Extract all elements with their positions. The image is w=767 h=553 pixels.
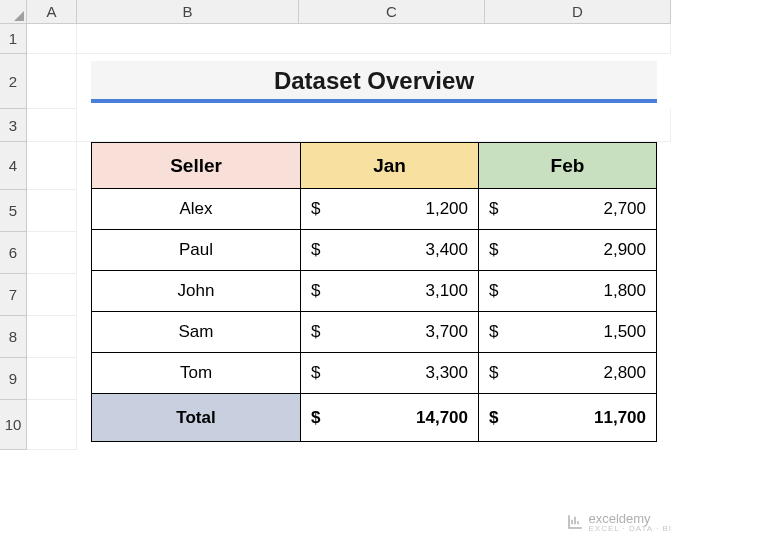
table-row: Alex $1,200 $2,700 bbox=[92, 189, 657, 230]
header-jan[interactable]: Jan bbox=[301, 143, 479, 189]
row-head-7[interactable]: 7 bbox=[0, 274, 27, 316]
cell-value: 3,400 bbox=[425, 240, 468, 259]
row-head-4[interactable]: 4 bbox=[0, 142, 27, 190]
currency-symbol: $ bbox=[311, 408, 320, 428]
currency-symbol: $ bbox=[311, 240, 320, 260]
table-header-row: Seller Jan Feb bbox=[92, 143, 657, 189]
cell-a7[interactable] bbox=[27, 274, 77, 316]
cell-seller[interactable]: Tom bbox=[92, 353, 301, 394]
table-row: Tom $3,300 $2,800 bbox=[92, 353, 657, 394]
currency-symbol: $ bbox=[489, 408, 498, 428]
cell-total-label[interactable]: Total bbox=[92, 394, 301, 442]
cell-feb[interactable]: $1,500 bbox=[479, 312, 657, 353]
cell-a5[interactable] bbox=[27, 190, 77, 232]
table-row: Sam $3,700 $1,500 bbox=[92, 312, 657, 353]
cell-seller[interactable]: Paul bbox=[92, 230, 301, 271]
cell-total-jan[interactable]: $14,700 bbox=[301, 394, 479, 442]
cell-seller[interactable]: John bbox=[92, 271, 301, 312]
cell-a10[interactable] bbox=[27, 400, 77, 450]
cell-value: 14,700 bbox=[416, 408, 468, 427]
cell-b3-d3[interactable] bbox=[77, 109, 671, 142]
cell-value: 11,700 bbox=[594, 408, 646, 427]
cell-a2[interactable] bbox=[27, 54, 77, 109]
currency-symbol: $ bbox=[311, 281, 320, 301]
cell-a8[interactable] bbox=[27, 316, 77, 358]
cell-seller[interactable]: Alex bbox=[92, 189, 301, 230]
currency-symbol: $ bbox=[489, 322, 498, 342]
cell-value: 3,100 bbox=[425, 281, 468, 300]
cell-jan[interactable]: $3,700 bbox=[301, 312, 479, 353]
cell-a6[interactable] bbox=[27, 232, 77, 274]
currency-symbol: $ bbox=[489, 240, 498, 260]
cell-value: 1,200 bbox=[425, 199, 468, 218]
cell-jan[interactable]: $3,100 bbox=[301, 271, 479, 312]
chart-icon bbox=[566, 513, 584, 531]
cell-jan[interactable]: $1,200 bbox=[301, 189, 479, 230]
row-head-6[interactable]: 6 bbox=[0, 232, 27, 274]
data-table: Seller Jan Feb Alex $1,200 $2,700 Paul $… bbox=[91, 142, 657, 442]
cell-jan[interactable]: $3,400 bbox=[301, 230, 479, 271]
data-table-container: Seller Jan Feb Alex $1,200 $2,700 Paul $… bbox=[77, 142, 671, 450]
page-title: Dataset Overview bbox=[91, 61, 657, 103]
cell-seller[interactable]: Sam bbox=[92, 312, 301, 353]
currency-symbol: $ bbox=[311, 199, 320, 219]
col-head-c[interactable]: C bbox=[299, 0, 485, 24]
table-total-row: Total $14,700 $11,700 bbox=[92, 394, 657, 442]
cell-value: 3,700 bbox=[425, 322, 468, 341]
cell-value: 2,700 bbox=[603, 199, 646, 218]
currency-symbol: $ bbox=[311, 363, 320, 383]
cell-value: 1,500 bbox=[603, 322, 646, 341]
cell-value: 2,900 bbox=[603, 240, 646, 259]
cell-value: 2,800 bbox=[603, 363, 646, 382]
currency-symbol: $ bbox=[489, 199, 498, 219]
currency-symbol: $ bbox=[489, 281, 498, 301]
cell-jan[interactable]: $3,300 bbox=[301, 353, 479, 394]
currency-symbol: $ bbox=[311, 322, 320, 342]
col-head-a[interactable]: A bbox=[27, 0, 77, 24]
header-feb[interactable]: Feb bbox=[479, 143, 657, 189]
cell-value: 3,300 bbox=[425, 363, 468, 382]
row-head-10[interactable]: 10 bbox=[0, 400, 27, 450]
cell-feb[interactable]: $1,800 bbox=[479, 271, 657, 312]
row-head-9[interactable]: 9 bbox=[0, 358, 27, 400]
watermark-sub: EXCEL · DATA · BI bbox=[588, 524, 672, 533]
cell-feb[interactable]: $2,800 bbox=[479, 353, 657, 394]
table-row: John $3,100 $1,800 bbox=[92, 271, 657, 312]
col-head-b[interactable]: B bbox=[77, 0, 299, 24]
spreadsheet-grid: A B C D 1 2 Dataset Overview 3 4 5 6 7 8… bbox=[0, 0, 767, 450]
cell-a9[interactable] bbox=[27, 358, 77, 400]
cell-a1[interactable] bbox=[27, 24, 77, 54]
cell-a3[interactable] bbox=[27, 109, 77, 142]
col-head-d[interactable]: D bbox=[485, 0, 671, 24]
cell-total-feb[interactable]: $11,700 bbox=[479, 394, 657, 442]
row-head-1[interactable]: 1 bbox=[0, 24, 27, 54]
watermark: exceldemy EXCEL · DATA · BI bbox=[566, 511, 672, 533]
table-row: Paul $3,400 $2,900 bbox=[92, 230, 657, 271]
cell-feb[interactable]: $2,900 bbox=[479, 230, 657, 271]
row-head-5[interactable]: 5 bbox=[0, 190, 27, 232]
select-all-corner[interactable] bbox=[0, 0, 27, 24]
header-seller[interactable]: Seller bbox=[92, 143, 301, 189]
currency-symbol: $ bbox=[489, 363, 498, 383]
row-head-2[interactable]: 2 bbox=[0, 54, 27, 109]
title-container: Dataset Overview bbox=[77, 54, 671, 109]
cell-feb[interactable]: $2,700 bbox=[479, 189, 657, 230]
row-head-3[interactable]: 3 bbox=[0, 109, 27, 142]
cell-b1-d1[interactable] bbox=[77, 24, 671, 54]
cell-a4[interactable] bbox=[27, 142, 77, 190]
cell-value: 1,800 bbox=[603, 281, 646, 300]
row-head-8[interactable]: 8 bbox=[0, 316, 27, 358]
